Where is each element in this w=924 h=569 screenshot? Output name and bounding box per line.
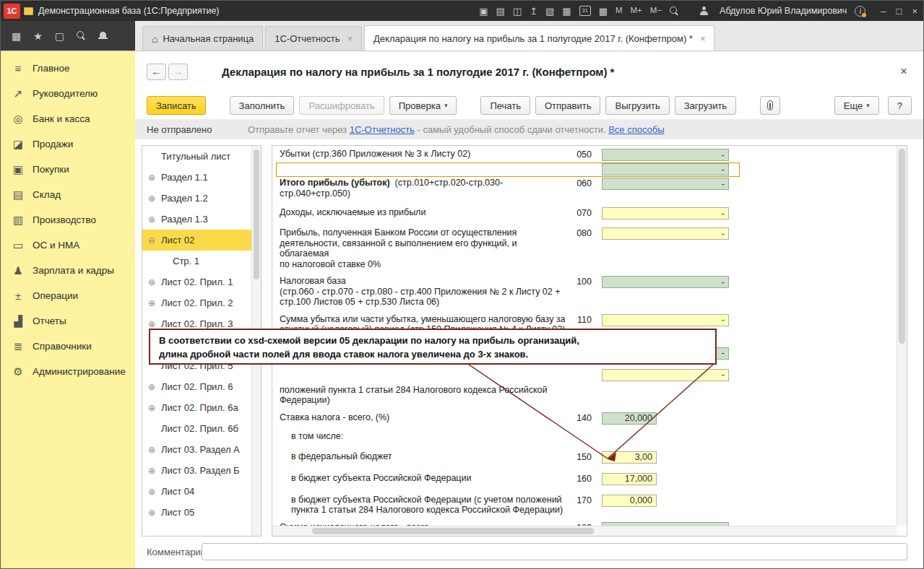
expander-icon[interactable]: ⊕ bbox=[148, 277, 161, 287]
field-160[interactable]: 17,000 bbox=[602, 473, 657, 485]
favorites-star-icon[interactable]: ★ bbox=[33, 30, 43, 42]
expander-icon[interactable]: ⊕ bbox=[148, 382, 161, 392]
section-item[interactable]: ⊕Раздел 1.2 bbox=[142, 188, 251, 209]
sidebar-item-bank-i-kassa[interactable]: ◎Банк и касса bbox=[1, 106, 135, 131]
memory-m-minus-button[interactable]: M− bbox=[650, 6, 662, 15]
section-item[interactable]: ⊕Лист 03. Раздел Б bbox=[142, 460, 251, 481]
attachments-button[interactable] bbox=[760, 96, 780, 115]
report-service-link[interactable]: 1С-Отчетность bbox=[350, 124, 415, 135]
section-item[interactable]: ⊕Лист 02. Прил. 6а bbox=[142, 397, 251, 418]
sidebar-item-pokupki[interactable]: ▣Покупки bbox=[1, 157, 135, 182]
section-item[interactable]: ⊕Лист 02. Прил. 1 bbox=[142, 272, 251, 292]
info-icon[interactable]: i bbox=[855, 6, 865, 17]
sidebar-item-operacii[interactable]: ±Операции bbox=[1, 283, 135, 308]
section-item[interactable]: ⊕Лист 04 bbox=[142, 481, 251, 502]
form-vscroll-thumb[interactable] bbox=[899, 149, 905, 344]
section-item[interactable]: ⊕Лист 03. Раздел А bbox=[142, 439, 251, 460]
section-item[interactable]: ⊕Раздел 1.3 bbox=[142, 209, 251, 230]
send-icon[interactable]: ↥ bbox=[530, 6, 537, 16]
forward-button[interactable]: → bbox=[168, 64, 188, 80]
save-button[interactable]: Записать bbox=[147, 96, 206, 115]
section-item[interactable]: ⊖Лист 02 bbox=[142, 230, 251, 251]
sidebar-item-prodazhi[interactable]: ◪Продажи bbox=[1, 131, 135, 157]
zoom-icon[interactable] bbox=[670, 6, 679, 16]
export-button[interactable]: Выгрузить bbox=[605, 96, 669, 115]
sidebar-item-os-i-nma[interactable]: ▭ОС и НМА bbox=[1, 233, 135, 258]
section-item[interactable]: Титульный лист bbox=[142, 146, 251, 167]
send-report-button[interactable]: Отправить bbox=[535, 96, 600, 115]
tab-2[interactable]: 1С-Отчетность× bbox=[265, 26, 362, 51]
field-100[interactable]: - bbox=[602, 276, 729, 288]
comment-input[interactable] bbox=[202, 543, 907, 560]
expander-icon[interactable]: ⊖ bbox=[148, 235, 161, 246]
documents-icon[interactable]: ▧ bbox=[545, 6, 554, 16]
print-icon[interactable]: ▤ bbox=[496, 6, 505, 16]
section-item[interactable]: Стр. 1 bbox=[142, 251, 251, 272]
expander-icon[interactable]: ⊕ bbox=[148, 487, 161, 497]
expander-icon[interactable]: ⊕ bbox=[148, 508, 161, 518]
sections-scrollbar-thumb[interactable] bbox=[254, 149, 259, 279]
tab-close-icon[interactable]: × bbox=[347, 33, 353, 44]
sidebar-item-glavnoe[interactable]: ≡Главное bbox=[1, 56, 135, 81]
section-item[interactable]: ⊕Раздел 1.1 bbox=[142, 167, 251, 188]
import-button[interactable]: Загрузить bbox=[675, 96, 736, 115]
form-close-icon[interactable]: × bbox=[897, 64, 910, 79]
maximize-button[interactable]: □ bbox=[897, 6, 902, 17]
all-methods-link[interactable]: Все способы bbox=[608, 124, 664, 135]
sidebar-item-sklad[interactable]: ▤Склад bbox=[1, 182, 135, 207]
form-vertical-scrollbar[interactable] bbox=[897, 146, 907, 526]
tab-close-icon[interactable]: × bbox=[700, 33, 706, 44]
form-horizontal-scrollbar[interactable] bbox=[272, 526, 897, 536]
field-110[interactable]: - bbox=[602, 314, 729, 326]
sidebar-item-zarplata-i-kadry[interactable]: ♟Зарплата и кадры bbox=[1, 258, 135, 283]
expander-icon[interactable]: ⊕ bbox=[148, 214, 161, 225]
help-button[interactable]: ? bbox=[888, 96, 912, 115]
recent-icon[interactable]: ▢ bbox=[55, 30, 64, 42]
field-070[interactable]: - bbox=[602, 207, 729, 220]
fill-button[interactable]: Заполнить bbox=[230, 96, 295, 115]
print-button[interactable]: Печать bbox=[480, 96, 530, 115]
expander-icon[interactable]: ⊕ bbox=[148, 466, 161, 476]
window-close-button[interactable]: × bbox=[912, 6, 917, 17]
minimize-button[interactable]: – bbox=[881, 6, 886, 17]
field-value[interactable]: - bbox=[602, 163, 729, 175]
field-060[interactable]: - bbox=[602, 178, 729, 190]
expander-icon[interactable]: ⊕ bbox=[148, 319, 161, 329]
section-item[interactable]: Лист 02. Прил. 6б bbox=[142, 418, 251, 439]
tab-3[interactable]: Декларация по налогу на прибыль за 1 пол… bbox=[364, 25, 714, 51]
expander-icon[interactable]: ⊕ bbox=[148, 298, 161, 308]
field-150[interactable]: 3,00 bbox=[602, 451, 657, 464]
field-050[interactable]: - bbox=[602, 149, 729, 161]
form-hscroll-thumb[interactable] bbox=[312, 528, 594, 534]
table-icon[interactable]: ▦ bbox=[562, 6, 571, 16]
memory-m-button[interactable]: M bbox=[616, 6, 623, 15]
apps-grid-icon[interactable]: ▦ bbox=[12, 30, 21, 42]
sidebar-item-administrirovanie[interactable]: ⚙Администрирование bbox=[1, 359, 135, 384]
expander-icon[interactable]: ⊕ bbox=[148, 194, 161, 204]
expander-icon[interactable]: ⊕ bbox=[148, 173, 161, 183]
field-value[interactable]: - bbox=[602, 369, 729, 381]
expander-icon[interactable]: ⊕ bbox=[148, 403, 161, 413]
calendar-icon[interactable]: 31 bbox=[579, 6, 591, 16]
section-item[interactable]: ⊕Лист 05 bbox=[142, 502, 251, 523]
field-140[interactable]: 20,000 bbox=[602, 412, 657, 425]
back-button[interactable]: ← bbox=[147, 64, 166, 80]
memory-m-plus-button[interactable]: M+ bbox=[631, 6, 642, 15]
sidebar-item-rukovoditelyu[interactable]: ↗Руководителю bbox=[1, 81, 135, 106]
sidebar-item-otchety[interactable]: ▟Отчеты bbox=[1, 308, 135, 334]
sidebar-item-spravochniki[interactable]: ≣Справочники bbox=[1, 334, 135, 359]
sidebar-item-proizvodstvo[interactable]: ▥Производство bbox=[1, 207, 135, 233]
print-preview-icon[interactable]: ◫ bbox=[513, 6, 522, 16]
more-button[interactable]: Еще▾ bbox=[834, 96, 879, 115]
field-080[interactable]: - bbox=[602, 227, 729, 240]
save-icon[interactable]: ▣ bbox=[479, 6, 488, 16]
expander-icon[interactable]: ⊕ bbox=[148, 445, 161, 455]
notifications-bell-icon[interactable] bbox=[98, 31, 108, 40]
search-icon[interactable] bbox=[77, 31, 86, 40]
tab-1[interactable]: ⌂Начальная страница bbox=[142, 26, 263, 51]
section-item[interactable]: ⊕Лист 02. Прил. 2 bbox=[142, 292, 251, 313]
check-button[interactable]: Проверка▾ bbox=[389, 96, 457, 115]
section-item[interactable]: ⊕Лист 02. Прил. 6 bbox=[142, 376, 251, 397]
calculator-icon[interactable]: ▩ bbox=[599, 6, 608, 16]
field-170[interactable]: 0,000 bbox=[602, 495, 657, 507]
